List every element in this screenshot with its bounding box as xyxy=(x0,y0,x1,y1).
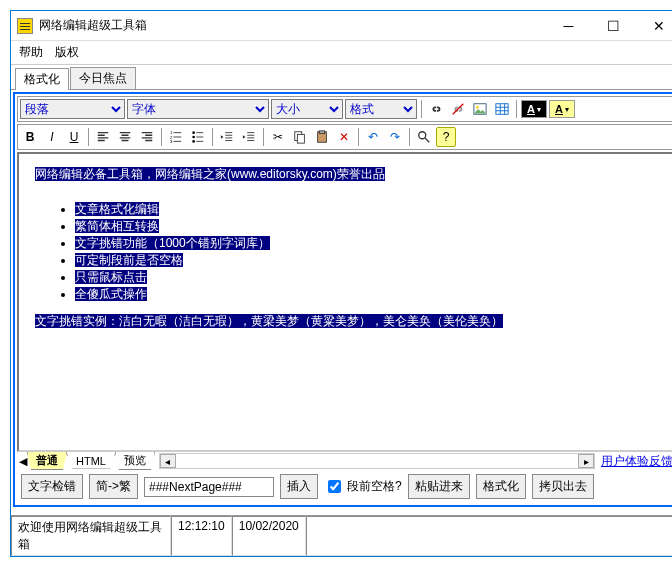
format-button[interactable]: 格式化 xyxy=(476,474,526,499)
close-button[interactable]: ✕ xyxy=(636,11,672,41)
status-message: 欢迎使用网络编辑超级工具箱 xyxy=(11,516,171,556)
space-before-label: 段前空格? xyxy=(347,478,402,495)
window-title: 网络编辑超级工具箱 xyxy=(39,17,546,34)
bottom-tabs: ◀ 普通 HTML 预览 ◂ ▸ 用户体验反馈 xyxy=(17,452,672,470)
svg-point-12 xyxy=(192,136,195,139)
align-center-icon[interactable] xyxy=(115,127,135,147)
redo-icon[interactable]: ↷ xyxy=(385,127,405,147)
bold-button[interactable]: B xyxy=(20,127,40,147)
svg-rect-3 xyxy=(496,104,508,115)
svg-rect-15 xyxy=(297,134,304,143)
status-spacer xyxy=(306,516,672,556)
copy-out-button[interactable]: 拷贝出去 xyxy=(532,474,594,499)
action-row: 文字检错 简->繁 插入 段前空格? 粘贴进来 格式化 拷贝出去 xyxy=(17,470,672,503)
view-tab-normal[interactable]: 普通 xyxy=(27,452,67,470)
undo-icon[interactable]: ↶ xyxy=(363,127,383,147)
tab-today[interactable]: 今日焦点 xyxy=(70,67,136,89)
font-select[interactable]: 字体 xyxy=(127,99,269,119)
indent-icon[interactable] xyxy=(239,127,259,147)
list-item: 文章格式化编辑 xyxy=(75,202,159,216)
outdent-icon[interactable] xyxy=(217,127,237,147)
menu-copyright[interactable]: 版权 xyxy=(55,44,79,61)
paste-in-button[interactable]: 粘贴进来 xyxy=(408,474,470,499)
separator xyxy=(212,128,213,146)
menubar: 帮助 版权 xyxy=(11,41,672,65)
separator xyxy=(263,128,264,146)
scroll-left-icon[interactable]: ◂ xyxy=(160,454,176,468)
align-right-icon[interactable] xyxy=(137,127,157,147)
separator xyxy=(88,128,89,146)
image-icon[interactable] xyxy=(470,99,490,119)
find-icon[interactable] xyxy=(414,127,434,147)
space-before-checkbox[interactable]: 段前空格? xyxy=(324,477,402,496)
align-left-icon[interactable] xyxy=(93,127,113,147)
toolbar-row-1: 段落 字体 大小 格式 A▾ A▾ xyxy=(17,96,672,122)
titlebar: 网络编辑超级工具箱 ─ ☐ ✕ xyxy=(11,11,672,41)
feedback-link[interactable]: 用户体验反馈 xyxy=(601,453,672,470)
list-item: 可定制段前是否空格 xyxy=(75,253,183,267)
list-item: 全傻瓜式操作 xyxy=(75,287,147,301)
unordered-list-icon[interactable] xyxy=(188,127,208,147)
underline-button[interactable]: U xyxy=(64,127,84,147)
size-select[interactable]: 大小 xyxy=(271,99,343,119)
status-date: 10/02/2020 xyxy=(232,516,306,556)
svg-point-18 xyxy=(419,132,426,139)
unlink-icon[interactable] xyxy=(448,99,468,119)
scroll-right-icon[interactable]: ▸ xyxy=(578,454,594,468)
app-icon xyxy=(17,18,33,34)
editor-text-line: 文字挑错实例：洁白无暇（洁白无瑕），黄梁美梦（黄粱美梦），美仑美奂（美伦美奂） xyxy=(35,314,503,328)
text-check-button[interactable]: 文字检错 xyxy=(21,474,83,499)
svg-text:3: 3 xyxy=(170,139,173,144)
separator xyxy=(421,100,422,118)
statusbar: 欢迎使用网络编辑超级工具箱 12:12:10 10/02/2020 xyxy=(11,515,672,556)
separator xyxy=(516,100,517,118)
format-select[interactable]: 格式 xyxy=(345,99,417,119)
link-icon[interactable] xyxy=(426,99,446,119)
list-item: 只需鼠标点击 xyxy=(75,270,147,284)
view-tab-preview[interactable]: 预览 xyxy=(115,452,155,470)
svg-point-13 xyxy=(192,140,195,143)
status-time: 12:12:10 xyxy=(171,516,232,556)
horizontal-scrollbar[interactable]: ◂ ▸ xyxy=(159,453,595,469)
paste-icon[interactable] xyxy=(312,127,332,147)
bg-color-button[interactable]: A▾ xyxy=(549,100,575,118)
editor-text-line: 网络编辑必备工具箱，网络编辑之家(www.editorsky.com)荣誉出品 xyxy=(35,167,385,181)
copy-icon[interactable] xyxy=(290,127,310,147)
svg-line-19 xyxy=(425,138,429,142)
editor-bullet-list: 文章格式化编辑 繁简体相互转换 文字挑错功能（1000个错别字词库） 可定制段前… xyxy=(75,201,657,303)
separator xyxy=(358,128,359,146)
minimize-button[interactable]: ─ xyxy=(546,11,591,41)
simp-to-trad-button[interactable]: 简->繁 xyxy=(89,474,138,499)
insert-button[interactable]: 插入 xyxy=(280,474,318,499)
maximize-button[interactable]: ☐ xyxy=(591,11,636,41)
top-tabbar: 格式化 今日焦点 xyxy=(11,65,672,90)
paragraph-select[interactable]: 段落 xyxy=(20,99,125,119)
help-icon[interactable]: ? xyxy=(436,127,456,147)
list-item: 繁简体相互转换 xyxy=(75,219,159,233)
toolbar-row-2: B I U 123 ✂ ✕ ↶ ↷ ? xyxy=(17,124,672,150)
content-panel: 段落 字体 大小 格式 A▾ A▾ B I U 123 xyxy=(13,92,672,507)
list-item: 文字挑错功能（1000个错别字词库） xyxy=(75,236,270,250)
app-window: 网络编辑超级工具箱 ─ ☐ ✕ 帮助 版权 格式化 今日焦点 段落 字体 大小 … xyxy=(10,10,672,557)
tab-format[interactable]: 格式化 xyxy=(15,68,69,90)
menu-help[interactable]: 帮助 xyxy=(19,44,43,61)
cut-icon[interactable]: ✂ xyxy=(268,127,288,147)
separator xyxy=(409,128,410,146)
view-tab-html[interactable]: HTML xyxy=(67,454,115,469)
table-icon[interactable] xyxy=(492,99,512,119)
text-color-button[interactable]: A▾ xyxy=(521,100,547,118)
svg-point-11 xyxy=(192,131,195,134)
ordered-list-icon[interactable]: 123 xyxy=(166,127,186,147)
editor-area[interactable]: 网络编辑必备工具箱，网络编辑之家(www.editorsky.com)荣誉出品 … xyxy=(17,152,672,452)
italic-button[interactable]: I xyxy=(42,127,62,147)
space-before-input[interactable] xyxy=(328,480,341,493)
separator xyxy=(161,128,162,146)
pagebreak-input[interactable] xyxy=(144,477,274,497)
delete-icon[interactable]: ✕ xyxy=(334,127,354,147)
svg-rect-17 xyxy=(319,131,324,134)
svg-point-2 xyxy=(476,106,479,109)
